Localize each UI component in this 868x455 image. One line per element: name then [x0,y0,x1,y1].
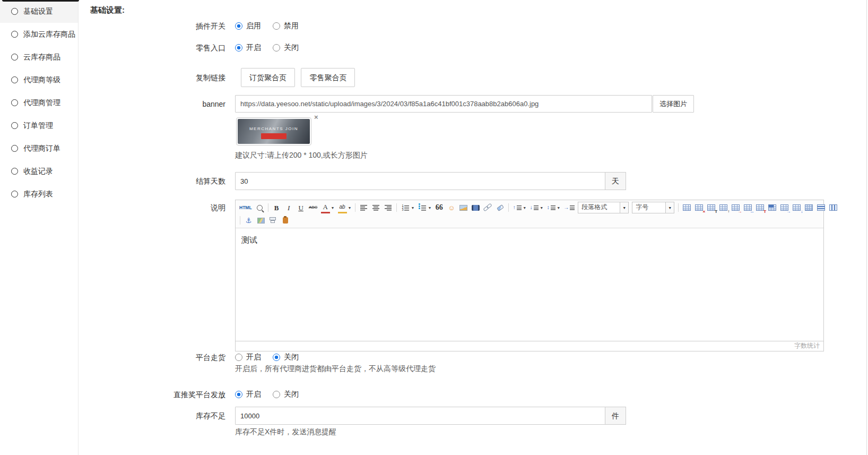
insert-image-button[interactable] [458,202,469,213]
chevron-down-icon[interactable]: ▼ [411,206,414,210]
html-source-icon: HTML [239,203,252,212]
toolbar-separator [240,216,240,225]
sidebar-item[interactable]: 基础设置 [0,0,78,23]
print-button[interactable] [267,214,279,226]
align-right-button[interactable] [383,202,394,213]
platform-shipping-close-radio[interactable]: 关闭 [273,353,299,362]
sidebar-item[interactable]: 订单管理 [0,114,78,137]
highlight-color-button[interactable]: ab▼ [337,202,353,213]
insert-row-above-button[interactable]: ↑ [718,202,729,213]
chevron-down-icon[interactable]: ▼ [540,206,543,210]
sidebar-item[interactable]: 代理商订单 [0,137,78,160]
sidebar-item[interactable]: 代理商管理 [0,91,78,114]
retail-entry-label: 零售入口 [85,44,225,53]
sidebar-item[interactable]: 库存列表 [0,183,78,205]
italic-button[interactable]: I [283,202,294,213]
insert-col-button[interactable]: ↔ [742,202,753,213]
plugin-enable-radio[interactable]: 启用 [235,21,261,31]
delete-table-button[interactable]: × [693,202,705,213]
platform-shipping-open-radio[interactable]: 开启 [235,353,261,362]
sidebar-item-label: 基础设置 [23,7,53,16]
chevron-down-icon[interactable]: ▼ [331,206,335,210]
line-height-button[interactable]: ↕▼ [545,202,561,213]
margin-top-button[interactable]: ↑▼ [511,202,527,213]
align-center-button[interactable] [370,202,381,213]
paragraph-format-select-label: 段落格式 [578,202,620,213]
insert-col-right-button[interactable]: ↓ [791,202,802,213]
order-aggregate-page-button[interactable]: 订货聚合页 [241,68,295,87]
chevron-down-icon[interactable]: ▼ [348,206,352,210]
plugin-disable-radio[interactable]: 禁用 [273,21,299,31]
split-cols-button[interactable] [828,202,839,213]
toolbar-separator [268,203,268,212]
toolbar-separator [355,203,355,212]
paragraph-format-select[interactable]: 段落格式▼ [578,202,629,213]
highlight-color-icon: ab [338,202,347,213]
sidebar-item-label: 订单管理 [23,121,53,131]
sidebar-item[interactable]: 收益记录 [0,160,78,183]
html-source-button[interactable]: HTML [238,202,253,213]
preview-button[interactable] [254,202,265,213]
circle-icon [11,145,18,152]
merge-cells-button[interactable] [803,202,814,213]
sidebar-item[interactable]: 代理商等级 [0,68,78,91]
map-button[interactable] [255,214,266,226]
word-count-link[interactable]: 字数统计 [794,342,820,349]
split-rows-button[interactable] [815,202,827,213]
retail-aggregate-page-button[interactable]: 零售聚合页 [301,68,355,87]
indent-icon: → [563,203,575,212]
direct-reward-close-radio[interactable]: 关闭 [273,390,299,399]
direct-reward-open-radio[interactable]: 开启 [235,390,261,399]
underline-button[interactable]: U [296,202,307,213]
banner-url-input[interactable] [235,95,652,113]
retail-open-radio[interactable]: 开启 [235,43,261,53]
blockquote-icon: 66 [435,203,444,212]
remove-image-icon[interactable]: × [314,114,318,121]
sidebar-item[interactable]: 添加云库存商品 [0,23,78,46]
font-size-select[interactable]: 字号▼ [632,202,674,213]
sidebar-item[interactable]: 云库存商品 [0,46,78,68]
blockquote-button[interactable]: 66 [433,202,445,213]
table-prop-button[interactable]: T [706,202,717,213]
chevron-down-icon[interactable]: ▼ [665,202,674,213]
paste-button[interactable] [280,214,291,226]
cell-prop-button[interactable] [767,202,778,213]
ordered-list-button[interactable]: ▼ [400,202,415,213]
copy-link-buttons: 订货聚合页 零售聚合页 [241,68,359,87]
insert-row-below-button[interactable]: → [779,202,790,213]
delete-col-button[interactable]: T [754,202,766,213]
emoticon-button[interactable]: ☺ [446,202,457,213]
low-stock-input[interactable] [235,407,605,425]
platform-shipping-radio-group: 开启 关闭 [235,353,299,362]
insert-media-button[interactable] [470,202,481,213]
anchor-button[interactable]: ⚓ [243,214,254,226]
description-label: 说明 [85,203,225,213]
delete-row-button[interactable]: → [730,202,741,213]
unordered-list-button[interactable]: ▼ [416,202,432,213]
align-left-button[interactable] [358,202,369,213]
banner-size-hint: 建议尺寸:请上传200 * 100,或长方形图片 [235,151,368,160]
settlement-days-input[interactable] [235,172,605,190]
editor-content-area[interactable]: 测试 [236,228,823,341]
circle-icon [11,122,18,129]
radio-label: 开启 [246,390,261,399]
choose-image-button[interactable]: 选择图片 [653,95,694,113]
align-left-icon [359,203,368,212]
bold-button[interactable]: B [271,202,282,213]
font-color-button[interactable]: A▼ [320,202,336,213]
chevron-down-icon[interactable]: ▼ [428,206,431,210]
insert-table-button[interactable] [681,202,692,213]
insert-table-icon [682,203,691,212]
chevron-down-icon[interactable]: ▼ [557,206,560,210]
radio-unchecked-icon [273,22,280,30]
chevron-down-icon[interactable]: ▼ [620,202,628,213]
margin-bottom-button[interactable]: ↓▼ [528,202,544,213]
link-button[interactable] [482,202,493,213]
icon-badge: ↔ [750,210,754,214]
strikethrough-button[interactable]: ABC [308,202,319,213]
unlink-button[interactable] [494,202,506,213]
retail-close-radio[interactable]: 关闭 [273,43,299,53]
bold-icon: B [272,203,281,212]
indent-button[interactable]: → [562,202,576,213]
chevron-down-icon[interactable]: ▼ [523,206,526,210]
